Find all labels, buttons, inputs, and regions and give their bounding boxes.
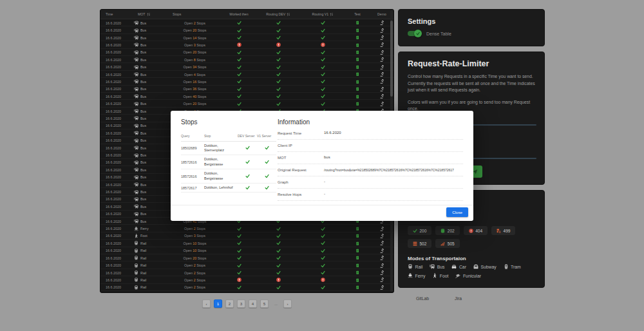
open-stops-link[interactable]: Open 2 Stops [167,21,222,25]
open-stops-link[interactable]: Open 20 Stops [167,28,222,32]
test-cell[interactable] [345,28,370,33]
gitlab-link[interactable]: GitLab [406,294,429,302]
demo-cell[interactable] [370,292,393,293]
test-cell[interactable] [345,102,370,106]
open-stops-link[interactable]: Open 20 Stops [167,102,222,106]
test-cell[interactable] [345,263,370,268]
pagination-page-2[interactable]: 2 [225,299,234,308]
test-cell[interactable] [345,292,370,293]
open-stops-link[interactable]: Open 2 Stops [167,285,222,289]
open-stops-link[interactable]: Open 10 Stops [167,241,222,245]
column-header-routing-v1[interactable]: Routing V1 [301,12,345,17]
table-row[interactable]: 16.6.2020RailOpen 10 Stops [100,247,393,254]
open-stops-link[interactable]: Open 8 Stops [167,58,222,62]
jira-link[interactable]: Jira [444,294,462,302]
pagination-page-3[interactable]: 3 [237,299,245,308]
test-cell[interactable] [345,50,370,55]
test-cell[interactable] [345,278,370,283]
test-cell[interactable] [345,95,370,99]
table-row[interactable]: 16.6.2020FootOpen 3 Stops [100,232,393,240]
column-header-routing-dev[interactable]: Routing DEV [256,12,301,17]
open-stops-link[interactable]: Open 10 Stops [167,249,222,252]
mode-ferry[interactable]: Ferry [408,273,425,278]
column-header-mot[interactable]: MOT [133,12,167,17]
test-cell[interactable] [345,43,370,48]
table-row[interactable]: 16.6.2020BusOpen 34 Stops [100,63,393,70]
open-stops-link[interactable]: Open 34 Stops [167,65,222,69]
mode-car[interactable]: Car [451,264,466,269]
test-cell[interactable] [345,270,370,275]
table-row[interactable]: 16.6.2020BusOpen 2 Stops [100,19,393,26]
open-stops-link[interactable]: Open 40 Stops [167,95,222,99]
open-stops-link[interactable]: Open 20 Stops [167,50,222,54]
pagination-page-4[interactable]: 4 [249,299,257,308]
check-icon [245,146,250,150]
table-row[interactable]: 16.6.2020BusOpen 20 Stops [100,49,393,56]
table-row[interactable]: 16.6.2020FerryOpen 2 Stops [100,225,393,232]
table-row[interactable]: 16.6.2020BusOpen 16 Stops [100,78,393,85]
status-chip-200[interactable]: 200 [408,226,431,235]
test-cell[interactable] [345,249,370,253]
table-row[interactable]: 16.6.2020BusOpen 3 Stops [100,41,393,48]
test-cell[interactable] [345,87,370,91]
pagination-prev-button[interactable]: ‹ [202,299,211,308]
open-stops-link[interactable]: Open 4 Stops [167,73,222,77]
pagination-next-button[interactable]: › [283,299,292,308]
pagination-page-5[interactable]: 5 [260,299,269,308]
test-cell[interactable] [345,234,370,238]
test-cell[interactable] [345,21,370,25]
status-chip-404[interactable]: 404 [464,226,488,235]
dense-table-toggle[interactable] [408,31,421,36]
open-stops-link[interactable]: Open 16 Stops [167,80,222,84]
scrollbar-thumb[interactable] [390,21,393,97]
test-cell[interactable] [345,35,370,40]
test-cell[interactable] [345,227,370,231]
test-cell[interactable] [345,80,370,84]
table-row[interactable]: 16.6.2020RailOpen 2 Stops [100,284,393,291]
mode-tram[interactable]: Tram [504,264,521,269]
mode-foot[interactable]: Foot [432,273,448,278]
table-row[interactable]: 16.6.2020RailOpen 2 Stops [100,261,393,269]
mode-funicular[interactable]: Funicular [455,273,480,278]
test-cell[interactable] [345,57,370,62]
status-chip-202[interactable]: 202 [435,226,459,235]
mode-subway[interactable]: Subway [473,264,497,269]
mode-bus[interactable]: Bus [430,264,444,269]
open-stops-link[interactable]: Open 14 Stops [167,36,222,40]
table-row[interactable]: 16.6.2020BusOpen 8 Stops [100,56,393,63]
table-row[interactable]: 16.6.2020BusOpen 36 Stops [100,86,393,93]
modal-close-button[interactable]: Close [446,207,468,217]
test-cell[interactable] [345,72,370,77]
table-row[interactable]: 16.6.2020BusOpen 14 Stops [100,34,393,41]
open-stops-link[interactable]: Open 2 Stops [167,263,222,267]
status-chip-502[interactable]: 502 [408,239,431,248]
table-row[interactable]: 16.6.2020RailOpen 20 Stops [100,254,393,261]
open-stops-link[interactable]: Open 36 Stops [167,87,222,91]
pagination-page-1[interactable]: 1 [214,299,222,308]
table-row[interactable]: 16.6.2020RailOpen 2 Stops [100,276,393,283]
table-row[interactable]: 16.6.2020BusOpen 4 Stops [100,71,393,78]
open-stops-link[interactable]: Open 2 Stops [167,227,222,231]
table-row[interactable]: 16.6.2020RailOpen 2 Stops [100,269,393,276]
status-chip-505[interactable]: 505 [435,239,459,248]
open-stops-link[interactable]: Open 20 Stops [167,256,222,260]
status-chip-499[interactable]: 499 [491,226,515,235]
table-row[interactable]: 16.6.2020RailOpen 2 Stops [100,291,393,293]
test-cell[interactable] [345,65,370,70]
test-cell[interactable] [345,256,370,260]
table-row[interactable]: 16.6.2020BusOpen 20 Stops [100,26,393,33]
column-header-label: Demo [377,12,386,16]
mode-rail[interactable]: Rail [408,264,422,269]
open-stops-link[interactable]: Open 2 Stops [167,271,222,275]
open-stops-link[interactable]: Open 3 Stops [167,234,222,238]
open-stops-link[interactable]: Open 2 Stops [167,278,222,282]
modal-footer: Close [171,205,473,221]
test-cell[interactable] [345,241,370,246]
table-row[interactable]: 16.6.2020RailOpen 10 Stops [100,240,393,247]
table-row[interactable]: 16.6.2020BusOpen 40 Stops [100,93,393,100]
table-row[interactable]: 16.6.2020BusOpen 20 Stops [100,100,393,107]
test-cell[interactable] [345,285,370,290]
check-icon [237,21,242,25]
sort-icon [330,12,334,17]
open-stops-link[interactable]: Open 3 Stops [167,43,222,47]
